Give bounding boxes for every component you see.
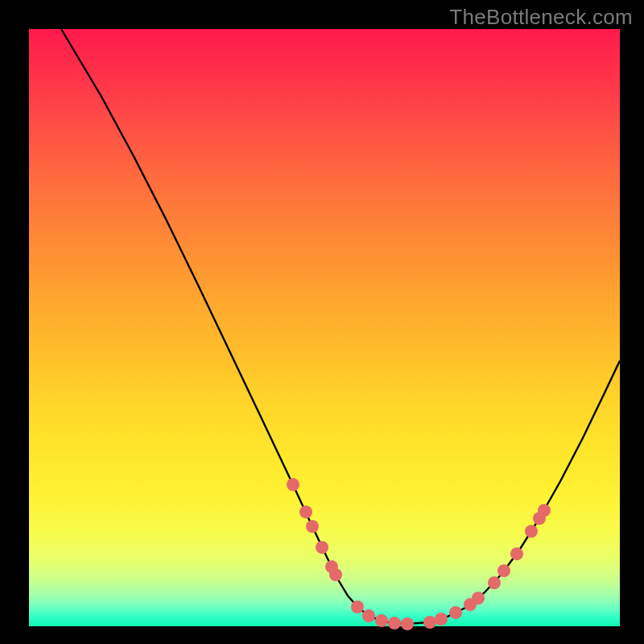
gradient-panel [29,29,620,626]
watermark-text: TheBottleneck.com [449,5,633,30]
chart-stage: TheBottleneck.com [0,0,644,644]
